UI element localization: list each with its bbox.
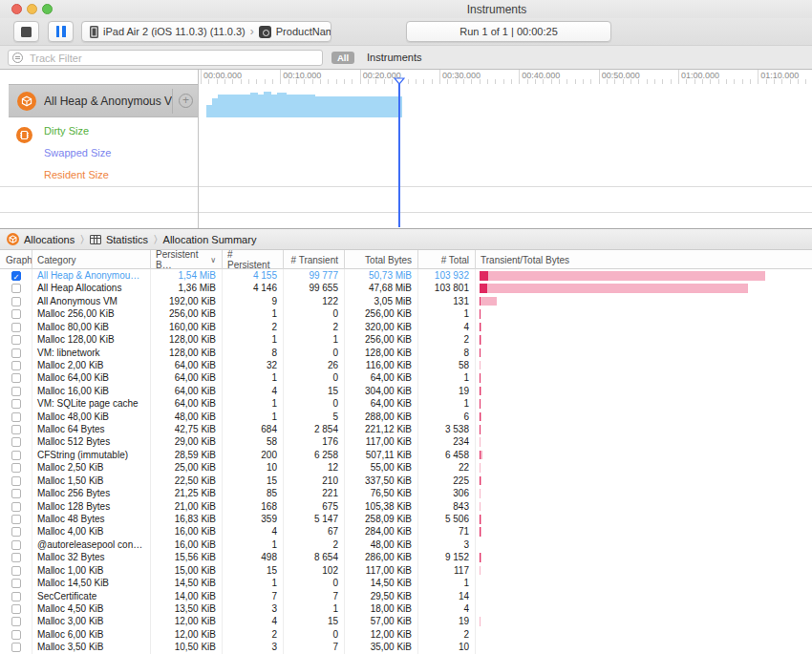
column-header--transient[interactable]: # Transient: [283, 250, 344, 269]
table-row[interactable]: VM: SQLite page cache64,00 KiB1064,00 Ki…: [0, 397, 812, 410]
graph-checkbox[interactable]: [11, 540, 21, 550]
graph-checkbox[interactable]: [11, 604, 21, 614]
table-row[interactable]: Malloc 4,00 KiB16,00 KiB467284,00 KiB71: [0, 525, 812, 538]
sidebar-timeline-divider[interactable]: [198, 70, 199, 228]
lane-label-swapped-size[interactable]: Swapped Size: [44, 147, 111, 158]
playhead-handle-icon[interactable]: [394, 77, 405, 85]
table-row[interactable]: Malloc 16,00 KiB64,00 KiB415304,00 KiB19: [0, 385, 812, 397]
chevron-right-icon: ›: [250, 25, 254, 38]
cell-total-bytes: 57,00 KiB: [344, 615, 417, 627]
graph-checkbox[interactable]: [11, 361, 21, 370]
graph-checkbox[interactable]: [11, 297, 21, 306]
graph-checkbox[interactable]: [11, 643, 21, 652]
table-row[interactable]: Malloc 64 Bytes42,75 KiB6842 854221,12 K…: [0, 423, 812, 435]
graph-checkbox[interactable]: [11, 437, 21, 447]
graph-checkbox[interactable]: [11, 502, 21, 512]
table-row[interactable]: Malloc 3,50 KiB10,50 KiB3735,00 KiB10: [0, 641, 812, 653]
graph-checkbox[interactable]: [11, 373, 21, 383]
zoom-button[interactable]: [42, 4, 53, 14]
scope-all-badge[interactable]: All: [331, 52, 354, 64]
graph-checkbox[interactable]: [11, 566, 21, 576]
table-row[interactable]: All Heap Allocations1,36 MiB4 14699 6554…: [0, 282, 812, 294]
column-header--persistent[interactable]: # Persistent: [222, 250, 283, 269]
cell--total: 225: [417, 475, 475, 487]
column-header-total-bytes[interactable]: Total Bytes: [344, 250, 417, 269]
table-row[interactable]: Malloc 64,00 KiB64,00 KiB1064,00 KiB1: [0, 371, 812, 384]
run-info-button[interactable]: Run 1 of 1 | 00:00:25: [406, 21, 611, 42]
graph-checkbox[interactable]: ✓: [11, 271, 21, 281]
table-row[interactable]: Malloc 128,00 KiB128,00 KiB11256,00 KiB2: [0, 333, 812, 346]
cell-category: Malloc 6,00 KiB: [32, 628, 150, 641]
graph-checkbox[interactable]: [11, 527, 21, 537]
table-row[interactable]: Malloc 256,00 KiB256,00 KiB10256,00 KiB1: [0, 307, 812, 320]
table-row[interactable]: Malloc 80,00 KiB160,00 KiB22320,00 KiB4: [0, 321, 812, 333]
table-row[interactable]: Malloc 48 Bytes16,83 KiB3595 147258,09 K…: [0, 513, 812, 525]
cell--transient: 1: [283, 333, 344, 346]
table-row[interactable]: Malloc 3,00 KiB12,00 KiB41557,00 KiB19: [0, 615, 812, 627]
graph-checkbox[interactable]: [11, 309, 21, 319]
graph-checkbox[interactable]: [11, 489, 21, 498]
target-app-label: ProductName (1533): [276, 26, 331, 37]
graph-checkbox[interactable]: [11, 348, 21, 358]
cell--total: 19: [417, 615, 475, 627]
close-button[interactable]: [11, 4, 22, 14]
graph-checkbox[interactable]: [11, 387, 21, 396]
table-row[interactable]: All Anonymous VM192,00 KiB91223,05 MiB13…: [0, 295, 812, 307]
graph-checkbox[interactable]: [11, 630, 21, 640]
graph-checkbox[interactable]: [11, 425, 21, 434]
cell-persistent-b-: 128,00 KiB: [150, 347, 222, 359]
table-row[interactable]: Malloc 128 Bytes21,00 KiB168675105,38 Ki…: [0, 500, 812, 513]
stop-button[interactable]: [13, 21, 39, 42]
cell-persistent-b-: 25,00 KiB: [150, 461, 222, 474]
table-row[interactable]: Malloc 6,00 KiB12,00 KiB2012,00 KiB2: [0, 628, 812, 641]
table-row[interactable]: Malloc 4,50 KiB13,50 KiB3118,00 KiB4: [0, 602, 812, 615]
graph-checkbox[interactable]: [11, 463, 21, 473]
graph-checkbox[interactable]: [11, 515, 21, 524]
app-icon: [259, 26, 271, 38]
table-row[interactable]: Malloc 1,50 KiB22,50 KiB15210337,50 KiB2…: [0, 475, 812, 487]
graph-checkbox[interactable]: [11, 579, 21, 588]
table-row[interactable]: @autoreleasepool content16,00 KiB1248,00…: [0, 538, 812, 551]
track-all-heap-anonymous-vm[interactable]: All Heap & Anonymous VM +: [9, 84, 198, 117]
column-header-transient-total-bytes[interactable]: Transient/Total Bytes: [475, 250, 812, 269]
graph-checkbox[interactable]: [11, 476, 21, 486]
minimize-button[interactable]: [27, 4, 37, 14]
table-row[interactable]: ✓All Heap & Anonymous VM1,54 MiB4 15599 …: [0, 269, 812, 282]
table-row[interactable]: SecCertificate14,00 KiB7729,50 KiB14: [0, 590, 812, 602]
cell-persistent-b-: 64,00 KiB: [150, 385, 222, 397]
track-filter-input[interactable]: [8, 50, 323, 66]
target-selector[interactable]: iPad Air 2 (iOS 11.0.3) (11.0.3) › Produ…: [81, 21, 331, 42]
table-row[interactable]: Malloc 48,00 KiB48,00 KiB15288,00 KiB6: [0, 411, 812, 423]
column-header-category[interactable]: Category: [32, 250, 150, 269]
graph-checkbox[interactable]: [11, 323, 21, 332]
table-row[interactable]: Malloc 2,50 KiB25,00 KiB101255,00 KiB22: [0, 461, 812, 474]
breadcrumb-allocation-summary[interactable]: Allocation Summary: [163, 234, 257, 245]
graph-checkbox[interactable]: [11, 335, 21, 345]
column-header-persistent-b-[interactable]: Persistent B…∨: [150, 250, 222, 269]
graph-checkbox[interactable]: [11, 553, 21, 562]
table-row[interactable]: Malloc 256 Bytes21,25 KiB8522176,50 KiB3…: [0, 487, 812, 499]
table-row[interactable]: Malloc 2,00 KiB64,00 KiB3226116,00 KiB58: [0, 359, 812, 371]
lane-label-dirty-size[interactable]: Dirty Size: [44, 125, 89, 137]
lane-label-resident-size[interactable]: Resident Size: [44, 169, 109, 180]
table-row[interactable]: CFString (immutable)28,59 KiB2006 258507…: [0, 449, 812, 461]
playhead[interactable]: [398, 81, 400, 227]
table-row[interactable]: VM: libnetwork128,00 KiB80128,00 KiB8: [0, 347, 812, 359]
breadcrumb-allocations[interactable]: Allocations: [0, 233, 75, 245]
graph-checkbox[interactable]: [11, 451, 21, 460]
column-header--total[interactable]: # Total: [417, 250, 475, 269]
graph-checkbox[interactable]: [11, 284, 21, 293]
column-header-graph[interactable]: Graph: [0, 250, 32, 269]
table-row[interactable]: Malloc 32 Bytes15,56 KiB4988 654286,00 K…: [0, 551, 812, 563]
cell-total-bytes: 256,00 KiB: [344, 333, 417, 346]
graph-checkbox[interactable]: [11, 412, 21, 422]
graph-checkbox[interactable]: [11, 399, 21, 409]
breadcrumb-statistics[interactable]: Statistics: [90, 234, 148, 245]
add-lane-button[interactable]: +: [179, 94, 193, 108]
table-row[interactable]: Malloc 512 Bytes29,00 KiB58176117,00 KiB…: [0, 435, 812, 448]
pause-button[interactable]: [48, 21, 74, 42]
graph-checkbox[interactable]: [11, 592, 21, 601]
graph-checkbox[interactable]: [11, 617, 21, 626]
table-row[interactable]: Malloc 1,00 KiB15,00 KiB15102117,00 KiB1…: [0, 564, 812, 577]
table-row[interactable]: Malloc 14,50 KiB14,50 KiB1014,50 KiB1: [0, 577, 812, 589]
